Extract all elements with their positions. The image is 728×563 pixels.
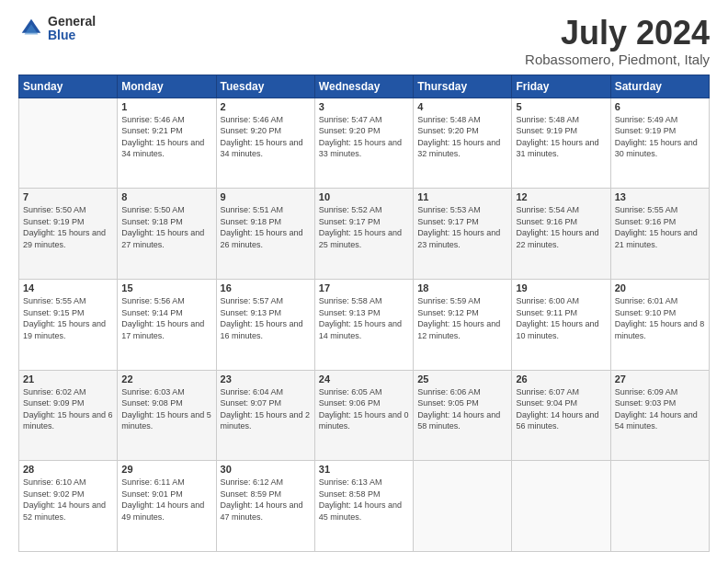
sunrise: Sunrise: 5:53 AM (417, 205, 481, 214)
sunrise: Sunrise: 5:46 AM (221, 115, 284, 124)
sunrise: Sunrise: 5:51 AM (221, 205, 284, 214)
logo-blue: Blue (48, 29, 96, 42)
table-row: 5 Sunrise: 5:48 AM Sunset: 9:19 PM Dayli… (512, 98, 610, 189)
sunset: Sunset: 9:06 PM (319, 398, 381, 408)
logo-general: General (48, 15, 96, 29)
day-number: 14 (23, 282, 113, 293)
daylight: Daylight: 15 hours and 23 minutes. (417, 228, 500, 249)
sunset: Sunset: 9:19 PM (516, 126, 577, 135)
sunrise: Sunrise: 5:55 AM (615, 205, 678, 214)
day-number: 6 (615, 101, 705, 112)
table-row: 28 Sunrise: 6:10 AM Sunset: 9:02 PM Dayl… (19, 461, 118, 552)
calendar-table: Sunday Monday Tuesday Wednesday Thursday… (18, 75, 710, 552)
sunset: Sunset: 8:59 PM (221, 489, 282, 499)
table-row: 21 Sunrise: 6:02 AM Sunset: 9:09 PM Dayl… (19, 370, 118, 461)
day-info: Sunrise: 5:49 AM Sunset: 9:19 PM Dayligh… (615, 114, 705, 160)
day-number: 24 (319, 373, 409, 385)
day-info: Sunrise: 6:00 AM Sunset: 9:11 PM Dayligh… (516, 295, 606, 341)
daylight: Daylight: 15 hours and 17 minutes. (121, 319, 204, 340)
title-block: July 2024 Robassomero, Piedmont, Italy (525, 15, 710, 67)
day-number: 19 (516, 282, 606, 293)
sunset: Sunset: 8:58 PM (319, 489, 381, 499)
day-info: Sunrise: 6:02 AM Sunset: 9:09 PM Dayligh… (23, 386, 113, 432)
header-sunday: Sunday (19, 75, 118, 98)
sunset: Sunset: 9:19 PM (615, 126, 677, 135)
sunset: Sunset: 9:01 PM (121, 489, 183, 499)
sunrise: Sunrise: 6:04 AM (221, 387, 284, 396)
day-info: Sunrise: 6:07 AM Sunset: 9:04 PM Dayligh… (516, 386, 606, 432)
table-row: 12 Sunrise: 5:54 AM Sunset: 9:16 PM Dayl… (512, 189, 610, 280)
day-info: Sunrise: 6:12 AM Sunset: 8:59 PM Dayligh… (221, 477, 311, 523)
day-info: Sunrise: 6:03 AM Sunset: 9:08 PM Dayligh… (121, 386, 211, 432)
sunset: Sunset: 9:21 PM (121, 126, 183, 135)
sunrise: Sunrise: 5:54 AM (516, 205, 579, 214)
sunrise: Sunrise: 5:57 AM (221, 296, 284, 305)
sunset: Sunset: 9:13 PM (319, 308, 381, 317)
day-number: 1 (121, 101, 211, 112)
day-number: 7 (23, 191, 113, 202)
calendar-week-row: 28 Sunrise: 6:10 AM Sunset: 9:02 PM Dayl… (19, 461, 710, 552)
page-header: General Blue July 2024 Robassomero, Pied… (18, 15, 710, 67)
day-info: Sunrise: 5:54 AM Sunset: 9:16 PM Dayligh… (516, 204, 606, 250)
daylight: Daylight: 14 hours and 54 minutes. (615, 410, 698, 431)
daylight: Daylight: 15 hours and 14 minutes. (319, 319, 402, 340)
day-number: 20 (615, 282, 705, 293)
sunrise: Sunrise: 5:56 AM (121, 296, 185, 305)
daylight: Daylight: 15 hours and 27 minutes. (121, 228, 204, 249)
table-row: 9 Sunrise: 5:51 AM Sunset: 9:18 PM Dayli… (216, 189, 314, 280)
daylight: Daylight: 15 hours and 34 minutes. (121, 138, 204, 159)
daylight: Daylight: 15 hours and 2 minutes. (221, 410, 311, 431)
sunset: Sunset: 9:10 PM (615, 308, 677, 317)
table-row: 17 Sunrise: 5:58 AM Sunset: 9:13 PM Dayl… (314, 279, 413, 370)
sunrise: Sunrise: 5:48 AM (516, 115, 579, 124)
sunrise: Sunrise: 5:49 AM (615, 115, 678, 124)
sunrise: Sunrise: 6:09 AM (615, 387, 678, 396)
table-row: 29 Sunrise: 6:11 AM Sunset: 9:01 PM Dayl… (118, 461, 216, 552)
table-row: 24 Sunrise: 6:05 AM Sunset: 9:06 PM Dayl… (314, 370, 413, 461)
day-number: 11 (417, 191, 507, 202)
daylight: Daylight: 14 hours and 58 minutes. (417, 410, 500, 431)
main-title: July 2024 (525, 15, 710, 52)
day-number: 10 (319, 191, 409, 202)
day-number: 8 (121, 191, 211, 202)
sunrise: Sunrise: 6:06 AM (417, 387, 481, 396)
daylight: Daylight: 15 hours and 34 minutes. (221, 138, 303, 159)
day-info: Sunrise: 6:06 AM Sunset: 9:05 PM Dayligh… (417, 386, 507, 432)
sunset: Sunset: 9:15 PM (23, 308, 85, 317)
table-row (512, 461, 610, 552)
subtitle: Robassomero, Piedmont, Italy (525, 52, 710, 67)
sunset: Sunset: 9:08 PM (121, 398, 183, 408)
header-monday: Monday (118, 75, 216, 98)
table-row: 3 Sunrise: 5:47 AM Sunset: 9:20 PM Dayli… (314, 98, 413, 189)
day-info: Sunrise: 6:13 AM Sunset: 8:58 PM Dayligh… (319, 477, 409, 523)
header-wednesday: Wednesday (314, 75, 413, 98)
daylight: Daylight: 15 hours and 0 minutes. (319, 410, 409, 431)
day-info: Sunrise: 5:53 AM Sunset: 9:17 PM Dayligh… (417, 204, 507, 250)
day-info: Sunrise: 5:59 AM Sunset: 9:12 PM Dayligh… (417, 295, 507, 341)
day-info: Sunrise: 5:50 AM Sunset: 9:18 PM Dayligh… (121, 204, 211, 250)
sunrise: Sunrise: 6:03 AM (121, 387, 185, 396)
table-row: 23 Sunrise: 6:04 AM Sunset: 9:07 PM Dayl… (216, 370, 314, 461)
day-number: 21 (23, 373, 113, 385)
day-info: Sunrise: 5:57 AM Sunset: 9:13 PM Dayligh… (221, 295, 311, 341)
sunset: Sunset: 9:14 PM (121, 308, 183, 317)
table-row: 15 Sunrise: 5:56 AM Sunset: 9:14 PM Dayl… (118, 279, 216, 370)
sunrise: Sunrise: 6:13 AM (319, 477, 382, 487)
table-row: 27 Sunrise: 6:09 AM Sunset: 9:03 PM Dayl… (610, 370, 709, 461)
daylight: Daylight: 14 hours and 47 minutes. (221, 500, 303, 522)
header-tuesday: Tuesday (216, 75, 314, 98)
daylight: Daylight: 15 hours and 26 minutes. (221, 228, 303, 249)
daylight: Daylight: 14 hours and 52 minutes. (23, 500, 106, 522)
day-info: Sunrise: 5:52 AM Sunset: 9:17 PM Dayligh… (319, 204, 409, 250)
day-number: 16 (221, 282, 311, 293)
daylight: Daylight: 15 hours and 8 minutes. (615, 319, 705, 340)
table-row: 31 Sunrise: 6:13 AM Sunset: 8:58 PM Dayl… (314, 461, 413, 552)
table-row: 8 Sunrise: 5:50 AM Sunset: 9:18 PM Dayli… (118, 189, 216, 280)
sunset: Sunset: 9:11 PM (516, 308, 577, 317)
sunrise: Sunrise: 5:47 AM (319, 115, 382, 124)
day-number: 18 (417, 282, 507, 293)
sunrise: Sunrise: 6:11 AM (121, 477, 185, 487)
table-row: 30 Sunrise: 6:12 AM Sunset: 8:59 PM Dayl… (216, 461, 314, 552)
day-info: Sunrise: 5:48 AM Sunset: 9:19 PM Dayligh… (516, 114, 606, 160)
sunset: Sunset: 9:02 PM (23, 489, 85, 499)
